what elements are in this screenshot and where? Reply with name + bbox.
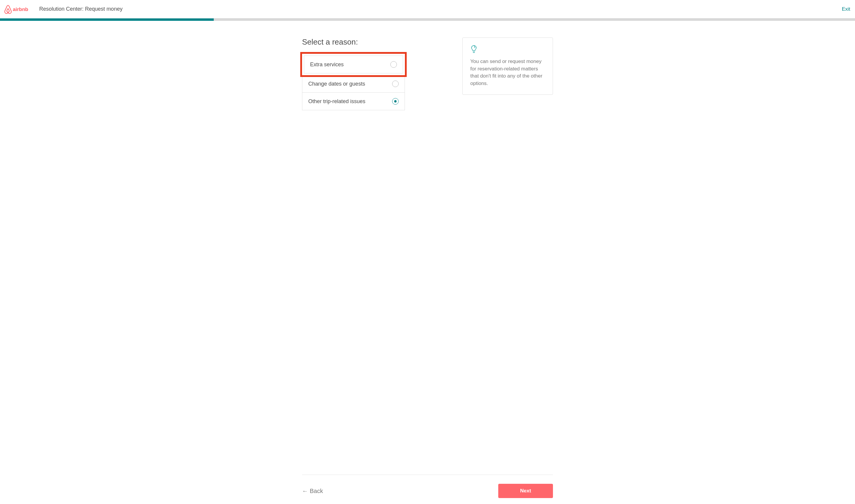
svg-text:airbnb: airbnb: [13, 6, 28, 12]
header: airbnb Resolution Center: Request money …: [0, 0, 855, 18]
exit-link[interactable]: Exit: [842, 6, 850, 12]
header-left: airbnb Resolution Center: Request money: [4, 4, 123, 14]
page-title: Select a reason:: [302, 37, 405, 47]
reason-label: Change dates or guests: [308, 81, 365, 87]
main-row: Select a reason: Extra services Change d…: [302, 21, 553, 110]
brand-logo[interactable]: airbnb: [4, 4, 33, 14]
reason-option-other-issues[interactable]: Other trip-related issues: [302, 92, 405, 110]
reason-label: Extra services: [310, 61, 344, 68]
main-container: Select a reason: Extra services Change d…: [302, 21, 553, 504]
reason-option-extra-services[interactable]: Extra services: [304, 56, 403, 73]
back-label: Back: [310, 488, 323, 494]
tip-card: You can send or request money for reserv…: [462, 37, 553, 95]
reason-options: Change dates or guests Other trip-relate…: [302, 75, 405, 110]
progress-fill: [0, 18, 214, 21]
back-button[interactable]: ← Back: [302, 488, 323, 494]
tip-column: You can send or request money for reserv…: [417, 37, 553, 95]
radio-icon: [392, 98, 399, 105]
reason-option-change-dates[interactable]: Change dates or guests: [302, 75, 405, 92]
progress-bar: [0, 18, 855, 21]
wizard-footer: ← Back Next: [302, 474, 553, 498]
radio-icon: [392, 80, 399, 87]
page-header-title: Resolution Center: Request money: [39, 6, 123, 12]
next-button[interactable]: Next: [498, 484, 553, 498]
tip-text: You can send or request money for reserv…: [470, 58, 545, 87]
radio-icon: [390, 61, 397, 68]
lightbulb-icon: [470, 45, 545, 54]
airbnb-logo-icon: airbnb: [4, 4, 33, 14]
arrow-left-icon: ←: [302, 488, 308, 494]
annotation-highlight: Extra services: [300, 52, 407, 77]
reason-column: Select a reason: Extra services Change d…: [302, 37, 405, 110]
reason-label: Other trip-related issues: [308, 98, 366, 105]
